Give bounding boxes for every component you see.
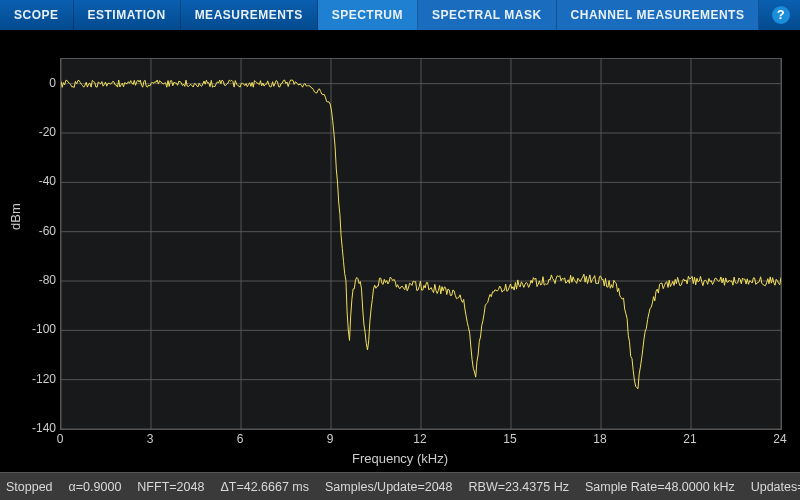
plot-container: dBm 03691215182124 0-20-40-60-80-100-120… <box>0 30 800 472</box>
status-alpha: α=0.9000 <box>69 480 122 494</box>
status-rate: Sample Rate=48.0000 kHz <box>585 480 735 494</box>
tab-scope[interactable]: SCOPE <box>0 0 74 30</box>
y-tick: -40 <box>16 174 56 188</box>
y-tick: -80 <box>16 273 56 287</box>
x-tick: 18 <box>593 432 606 446</box>
status-bar: Stopped α=0.9000 NFFT=2048 ΔT=42.6667 ms… <box>0 472 800 500</box>
status-nfft: NFFT=2048 <box>137 480 204 494</box>
spectrum-plot <box>61 59 781 429</box>
plot-area[interactable] <box>60 58 782 430</box>
tab-estimation[interactable]: ESTIMATION <box>74 0 181 30</box>
tab-spectral-mask[interactable]: SPECTRAL MASK <box>418 0 557 30</box>
status-dt: ΔT=42.6667 ms <box>220 480 309 494</box>
y-tick: -100 <box>16 322 56 336</box>
y-tick: -60 <box>16 224 56 238</box>
y-tick: 0 <box>16 76 56 90</box>
x-axis-label: Frequency (kHz) <box>0 451 800 466</box>
status-updates: Updates=14518 <box>751 480 800 494</box>
status-state: Stopped <box>6 480 53 494</box>
status-spu: Samples/Update=2048 <box>325 480 453 494</box>
x-tick: 3 <box>147 432 154 446</box>
x-tick: 21 <box>683 432 696 446</box>
toolbar: SCOPE ESTIMATION MEASUREMENTS SPECTRUM S… <box>0 0 800 30</box>
x-tick: 6 <box>237 432 244 446</box>
y-tick: -20 <box>16 125 56 139</box>
tab-spectrum[interactable]: SPECTRUM <box>318 0 418 30</box>
x-tick: 0 <box>57 432 64 446</box>
status-rbw: RBW=23.4375 Hz <box>469 480 569 494</box>
y-tick: -140 <box>16 421 56 435</box>
help-icon[interactable]: ? <box>772 6 790 24</box>
x-tick: 9 <box>327 432 334 446</box>
y-tick: -120 <box>16 372 56 386</box>
tab-channel-measurements[interactable]: CHANNEL MEASUREMENTS <box>557 0 760 30</box>
x-tick: 24 <box>773 432 786 446</box>
x-tick: 15 <box>503 432 516 446</box>
tab-measurements[interactable]: MEASUREMENTS <box>181 0 318 30</box>
x-tick: 12 <box>413 432 426 446</box>
